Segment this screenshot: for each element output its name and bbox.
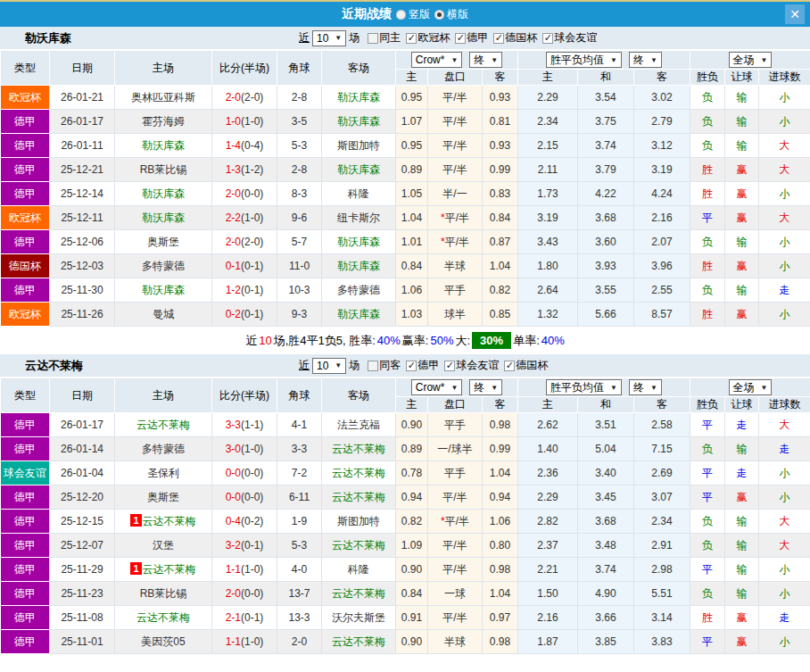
avg-away-odds: 2.34: [634, 510, 690, 534]
league-filter-checkbox[interactable]: 德国杯: [499, 358, 548, 373]
handicap: 一/球半: [428, 437, 483, 461]
checkbox-icon[interactable]: [406, 361, 417, 371]
table-row: 德甲 26-01-17 云达不莱梅 3-3(1-1) 4-1 法兰克福 0.90…: [1, 413, 810, 437]
scope-select[interactable]: 全场▼: [729, 379, 773, 395]
league-filters: 欧冠杯德甲德国杯球会友谊: [401, 30, 597, 46]
layout-option-horizontal[interactable]: 横版: [434, 7, 468, 22]
match-type-badge: 德甲: [1, 485, 50, 510]
table-row: 球会友谊 26-01-04 圣保利 0-0(0-0) 7-2 云达不莱梅 0.7…: [1, 461, 810, 485]
table-row: 德国杯 25-12-03 多特蒙德 0-1(0-1) 11-0 勒沃库森 0.8…: [1, 254, 810, 278]
col-type: 类型: [1, 51, 50, 86]
final-avg-select[interactable]: 终▼: [629, 379, 662, 395]
odds-home: 1.01: [396, 230, 428, 254]
odds-away: 0.93: [483, 134, 518, 158]
odds-home: 0.95: [396, 134, 428, 158]
home-team: 奥斯堡: [115, 230, 212, 254]
checkbox-icon[interactable]: [493, 33, 504, 44]
result-handicap: 输: [725, 534, 759, 558]
table-row: 德甲 25-11-23 RB莱比锡 2-0(0-0) 13-7 云达不莱梅 0.…: [1, 582, 810, 606]
checkbox-icon[interactable]: [406, 33, 417, 44]
league-filter-checkbox[interactable]: 德甲: [450, 30, 488, 46]
avg-home-odds: 1.87: [518, 630, 578, 654]
match-date: 26-01-17: [50, 110, 115, 134]
corners: 3-3: [277, 437, 322, 461]
radio-selected-icon[interactable]: [434, 10, 444, 20]
odds-home: 1.07: [396, 110, 428, 134]
home-team: RB莱比锡: [115, 158, 212, 182]
checkbox-icon[interactable]: [368, 33, 378, 44]
handicap: *平/半: [428, 510, 483, 534]
result-wdl: 胜: [690, 254, 725, 278]
odds-home: 1.05: [396, 182, 428, 206]
same-venue-checkbox[interactable]: 同主: [362, 30, 401, 46]
col-odds-away: 客: [483, 397, 518, 413]
odds-company-select[interactable]: Crow*▼: [411, 52, 463, 68]
avg-draw-odds: 3.66: [578, 606, 634, 630]
col-avg-home: 主: [518, 397, 578, 413]
checkbox-icon[interactable]: [368, 361, 378, 371]
col-away: 客场: [322, 378, 396, 413]
avg-home-odds: 2.15: [518, 134, 578, 158]
checkbox-icon[interactable]: [542, 33, 553, 44]
home-team: 勒沃库森: [115, 134, 212, 158]
league-filter-checkbox[interactable]: 德甲: [401, 358, 439, 373]
final-odds-select[interactable]: 终▼: [469, 379, 502, 395]
checkbox-icon[interactable]: [455, 33, 466, 44]
close-icon[interactable]: ✕: [785, 4, 805, 24]
avg-home-odds: 2.62: [518, 413, 578, 437]
avg-draw-odds: 3.74: [578, 134, 634, 158]
odds-home: 1.03: [396, 303, 428, 327]
checkbox-icon[interactable]: [444, 361, 455, 371]
match-date: 26-01-11: [50, 134, 115, 158]
result-handicap: 走: [725, 461, 759, 485]
odds-company-select[interactable]: Crow*▼: [411, 379, 463, 395]
radio-unselected-icon[interactable]: [396, 10, 406, 20]
odds-away: 0.98: [483, 558, 518, 582]
col-home: 主场: [115, 378, 212, 413]
match-type-badge: 德甲: [1, 134, 50, 158]
final-avg-select[interactable]: 终▼: [629, 52, 662, 68]
scope-select[interactable]: 全场▼: [729, 52, 773, 68]
final-odds-select[interactable]: 终▼: [469, 52, 502, 68]
same-venue-checkbox[interactable]: 同客: [362, 358, 401, 373]
match-date: 26-01-04: [50, 461, 115, 485]
match-type-badge: 德甲: [1, 278, 50, 303]
result-goals: 大: [759, 206, 810, 230]
score: 2-0(0-0): [212, 182, 277, 206]
league-filter-checkbox[interactable]: 德国杯: [488, 30, 537, 46]
result-wdl: 负: [690, 86, 725, 110]
avg-away-odds: 3.14: [634, 606, 690, 630]
avg-away-odds: 5.51: [634, 582, 690, 606]
match-type-badge: 欧冠杯: [1, 303, 50, 327]
result-handicap: 输: [725, 510, 759, 534]
corners: 2-8: [277, 158, 322, 182]
match-date: 25-12-07: [50, 534, 115, 558]
odds-home: 0.84: [396, 254, 428, 278]
avg-odds-select[interactable]: 胜平负均值▼: [546, 379, 622, 395]
odds-away: 0.82: [483, 278, 518, 303]
layout-option-vertical[interactable]: 竖版: [396, 7, 430, 22]
handicap: 平/半: [428, 485, 483, 510]
table-row: 德甲 25-11-01 美因茨05 1-1(1-0) 2-0 云达不莱梅 0.9…: [1, 630, 810, 654]
avg-odds-select[interactable]: 胜平负均值▼: [546, 52, 622, 68]
match-count-select[interactable]: 10▼: [312, 358, 346, 374]
result-handicap: 赢: [725, 206, 759, 230]
table-row: 德甲 26-01-11 勒沃库森 1-4(0-4) 5-3 斯图加特 0.95 …: [1, 134, 810, 158]
match-date: 25-12-06: [50, 230, 115, 254]
handicap: 平/半: [428, 534, 483, 558]
avg-home-odds: 2.34: [518, 110, 578, 134]
league-filter-checkbox[interactable]: 欧冠杯: [401, 30, 450, 46]
odds-away: 0.83: [483, 182, 518, 206]
result-wdl: 平: [690, 461, 725, 485]
result-goals: 走: [759, 606, 810, 630]
table-row: 欧冠杯 26-01-21 奥林匹亚科斯 2-0(2-0) 2-8 勒沃库森 0.…: [1, 86, 810, 110]
league-filter-checkbox[interactable]: 球会友谊: [537, 30, 597, 46]
checkbox-icon[interactable]: [504, 361, 515, 371]
chevron-down-icon: ▼: [761, 56, 768, 64]
col-result: 胜负: [690, 70, 725, 86]
col-odds-home: 主: [396, 397, 428, 413]
match-count-select[interactable]: 10▼: [312, 30, 346, 46]
handicap: 球半: [428, 303, 483, 327]
col-goals-result: 进球数: [759, 70, 810, 86]
league-filter-checkbox[interactable]: 球会友谊: [439, 358, 499, 373]
